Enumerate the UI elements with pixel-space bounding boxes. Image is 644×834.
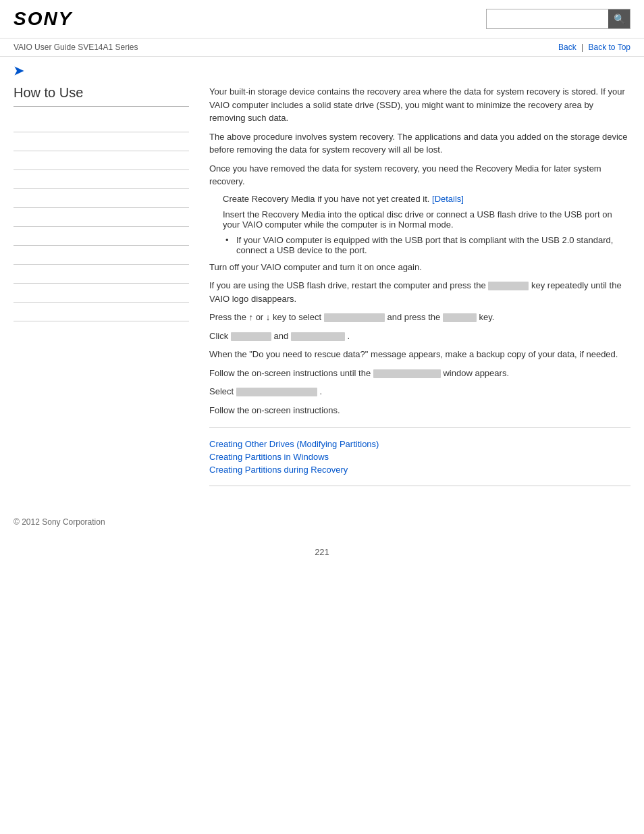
- nav-links: Back | Back to Top: [558, 43, 630, 52]
- content-para2: The above procedure involves system reco…: [209, 130, 630, 157]
- sidebar-item[interactable]: [14, 227, 189, 246]
- footer: © 2012 Sony Corporation: [0, 504, 644, 540]
- indent-block-2: Insert the Recovery Media into the optic…: [209, 209, 630, 230]
- guide-title: VAIO User Guide SVE14A1 Series: [14, 43, 138, 52]
- indent1-prefix: Create Recovery Media if you have not ye…: [223, 194, 429, 204]
- blank-selection-1: [324, 313, 385, 322]
- indent-block-1: Create Recovery Media if you have not ye…: [209, 194, 630, 204]
- content-para9: Follow the on-screen instructions until …: [209, 367, 630, 380]
- content-para4: Turn off your VAIO computer and turn it …: [209, 261, 630, 274]
- header: SONY 🔍: [0, 0, 644, 38]
- search-button[interactable]: 🔍: [608, 9, 630, 28]
- blank-key-1: [488, 282, 529, 290]
- page-number: 221: [0, 540, 644, 564]
- search-icon: 🔍: [614, 14, 625, 24]
- back-link[interactable]: Back: [558, 43, 576, 52]
- related-link-2[interactable]: Creating Partitions in Windows: [209, 452, 630, 462]
- sidebar-item[interactable]: [14, 303, 189, 321]
- copyright: © 2012 Sony Corporation: [14, 517, 105, 527]
- related-link-1[interactable]: Creating Other Drives (Modifying Partiti…: [209, 439, 630, 449]
- sidebar-item[interactable]: [14, 132, 189, 151]
- sidebar-item[interactable]: [14, 189, 189, 208]
- search-input[interactable]: [487, 9, 608, 28]
- content-divider-top: [209, 427, 630, 428]
- sidebar-item[interactable]: [14, 208, 189, 227]
- blank-window-1: [373, 369, 441, 378]
- content-para3: Once you have removed the data for syste…: [209, 162, 630, 188]
- content-para1: Your built-in storage device contains th…: [209, 85, 630, 125]
- sidebar-item[interactable]: [14, 113, 189, 132]
- sony-logo: SONY: [14, 8, 72, 30]
- sidebar-item[interactable]: [14, 265, 189, 284]
- related-link-3[interactable]: Creating Partitions during Recovery: [209, 465, 630, 475]
- blank-click-1: [231, 332, 271, 341]
- content-divider-bottom: [209, 486, 630, 486]
- details-link[interactable]: [Details]: [432, 194, 464, 204]
- sidebar-item[interactable]: [14, 246, 189, 265]
- blank-select-1: [236, 388, 317, 396]
- content-para6: Press the ↑ or ↓ key to select and press…: [209, 311, 630, 324]
- content-area: Your built-in storage device contains th…: [203, 85, 630, 497]
- content-para5: If you are using the USB flash drive, re…: [209, 279, 630, 305]
- search-bar: 🔍: [486, 9, 630, 29]
- content-para11: Follow the on-screen instructions.: [209, 404, 630, 417]
- content-para7: Click and .: [209, 330, 630, 343]
- sidebar-item[interactable]: [14, 284, 189, 303]
- content-para8: When the "Do you need to rescue data?" m…: [209, 348, 630, 361]
- sidebar-item[interactable]: [14, 151, 189, 170]
- blank-key-2: [443, 313, 477, 322]
- nav-bar: VAIO User Guide SVE14A1 Series Back | Ba…: [0, 38, 644, 57]
- main-layout: How to Use Your built-in storage device …: [0, 78, 644, 504]
- chevron-right-icon: ➤: [14, 64, 24, 78]
- sidebar-item[interactable]: [14, 170, 189, 189]
- back-to-top-link[interactable]: Back to Top: [589, 43, 630, 52]
- nav-separator: |: [581, 43, 583, 52]
- blank-click-2: [291, 332, 345, 341]
- content-para10: Select .: [209, 385, 630, 398]
- related-links: Creating Other Drives (Modifying Partiti…: [209, 439, 630, 475]
- sidebar-title: How to Use: [14, 85, 189, 107]
- sidebar: How to Use: [14, 85, 203, 497]
- breadcrumb-arrow: ➤: [0, 57, 644, 78]
- bullet-item-1: If your VAIO computer is equipped with t…: [209, 235, 630, 255]
